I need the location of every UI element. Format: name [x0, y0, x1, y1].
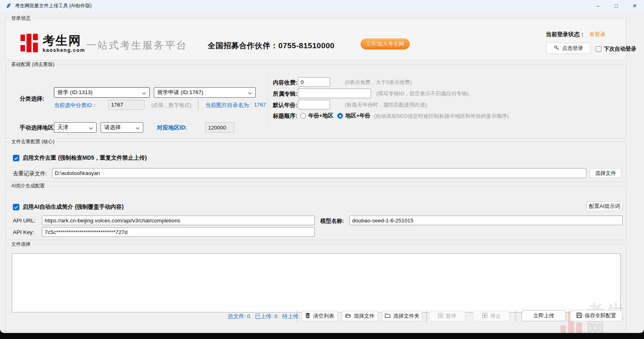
region-id-field[interactable] — [205, 122, 234, 133]
auto-login-label: 下次自动登录 — [604, 45, 636, 53]
dedup-config-group: 文件去重配置 (核心) 启用文件去重 (强制检查MD5，重复文件禁止上传) 去重… — [5, 142, 626, 182]
api-url-input[interactable] — [42, 216, 315, 225]
file-list[interactable] — [12, 253, 621, 312]
enable-ai-label: 启用AI自动生成简介 (强制覆盖手动内容) — [23, 203, 124, 211]
enable-dedup-label: 启用文件去重 (强制检查MD5，重复文件禁止上传) — [23, 154, 147, 162]
album-hint: (填写专辑ID，留空表示不归属任何专辑) — [376, 90, 469, 97]
app-window: 考生网批量文件上传工具 (AI创作版) – □ ✕ 登录状态 考生网 ka — [0, 0, 644, 333]
title-order-option-region-year[interactable]: 地区+年份 — [337, 112, 370, 119]
selected-category-id-hint: (必填，数字格式) — [151, 102, 192, 109]
trash-icon — [305, 313, 310, 320]
file-group-label: 文件选择 — [9, 241, 33, 248]
enable-ai-option[interactable]: 启用AI自动生成简介 (强制覆盖手动内容) — [13, 203, 124, 211]
save-icon — [576, 312, 582, 319]
login-group-label: 登录状态 — [9, 15, 33, 22]
brand-tagline: 一站式考生服务平台 — [86, 39, 188, 52]
save-config-button[interactable]: 保存全部配置 — [570, 310, 622, 321]
pause-label: 暂停 — [446, 312, 456, 320]
minimize-button[interactable]: – — [588, 0, 607, 11]
content-fee-label: 内容收费: — [273, 79, 297, 86]
record-file-input[interactable] — [52, 168, 586, 178]
region-select-2[interactable]: 请选择 — [101, 122, 143, 133]
category-select-1-value: 留学 (ID:1313) — [58, 89, 93, 96]
selected-category-id-field[interactable] — [108, 100, 144, 110]
album-input[interactable] — [298, 88, 371, 98]
title-order-option-2-label: 地区+年份 — [345, 112, 370, 119]
enable-dedup-option[interactable]: 启用文件去重 (强制检查MD5，重复文件禁止上传) — [13, 154, 147, 162]
stats-total-value: 0 — [247, 313, 250, 319]
kaosheng-logo-icon — [20, 34, 39, 54]
region-select-1-value: 天津 — [58, 124, 68, 131]
select-folder-label: 选择文件夹 — [393, 312, 419, 320]
brand-domain: kaosheng.com — [43, 47, 85, 53]
region-select-1[interactable]: 天津 — [54, 122, 97, 133]
window-title: 考生网批量文件上传工具 (AI创作版) — [15, 2, 92, 9]
folder-open-icon — [345, 313, 351, 319]
title-order-option-1-label: 年份+地区 — [308, 112, 333, 119]
selected-category-id-label: 当前选中分类ID： — [54, 102, 97, 109]
upload-now-button[interactable]: 立即上传 — [522, 310, 566, 321]
category-label: 分类选择: — [20, 95, 44, 103]
model-name-input[interactable] — [349, 216, 623, 225]
category-select-2[interactable]: 留学申请 (ID:1767) — [154, 87, 256, 98]
maximize-button[interactable]: □ — [607, 0, 625, 11]
partner-hotline: 全国招募合作伙伴：0755-81510000 — [208, 41, 334, 51]
stop-button[interactable]: 停止 — [473, 311, 510, 321]
api-key-input[interactable] — [42, 227, 315, 237]
dedup-group-label: 文件去重配置 (核心) — [9, 138, 56, 145]
api-key-label: API Key: — [13, 229, 34, 235]
image-dir-label: 当前图片目录名为: — [205, 102, 250, 109]
select-files-label: 选择文件 — [354, 312, 375, 320]
api-url-label: API URL: — [13, 218, 35, 224]
upload-stats: 总文件: 0 已上传: 0 待上传: 0 — [228, 313, 305, 320]
clear-list-label: 清空列表 — [313, 312, 334, 320]
close-button[interactable]: ✕ — [625, 0, 644, 11]
login-button[interactable]: 点击登录 — [546, 43, 591, 54]
default-year-label: 默认年份: — [273, 102, 297, 109]
pause-button[interactable]: 暂停 — [429, 311, 465, 321]
file-select-group: 文件选择 考生网 kaosheng.com 总文件: 0 已上传: 0 — [5, 244, 626, 332]
configure-prompt-button[interactable]: 配置AI提示词 — [586, 201, 623, 211]
title-bar: 考生网批量文件上传工具 (AI创作版) – □ ✕ — [0, 0, 644, 11]
choose-dedup-file-button[interactable]: 选择文件 — [590, 168, 621, 178]
title-order-option-year-region[interactable]: 年份+地区 — [300, 112, 333, 119]
chevron-down-icon — [89, 125, 93, 131]
chevron-down-icon — [142, 90, 146, 96]
region-id-label: 对应地区ID: — [157, 124, 187, 131]
brand-name-cn: 考生网 — [43, 35, 85, 47]
select-folder-button[interactable]: 选择文件夹 — [382, 311, 422, 321]
default-year-hint: (标题无年份时，属性匹配使用此值) — [345, 101, 427, 109]
login-status-group: 登录状态 考生网 kaosheng.com 一站式考生服务平台 全国招募合作伙伴… — [5, 18, 626, 60]
stats-uploaded-label: 已上传: — [255, 313, 273, 319]
region-select-2-value: 请选择 — [104, 124, 121, 131]
ai-checkbox[interactable] — [13, 204, 19, 210]
select-files-button[interactable]: 选择文件 — [342, 311, 378, 321]
stop-icon — [482, 313, 487, 319]
content-fee-input[interactable] — [298, 77, 330, 87]
stop-label: 停止 — [490, 312, 501, 320]
album-label: 所属专辑: — [273, 90, 297, 98]
default-year-input[interactable] — [298, 100, 330, 109]
clear-list-button[interactable]: 清空列表 — [301, 311, 338, 321]
login-button-label: 点击登录 — [562, 45, 583, 52]
title-order-label: 标题顺序: — [273, 113, 297, 120]
join-now-button[interactable]: 立即加入考生网 — [361, 39, 410, 49]
feather-app-icon — [6, 3, 12, 9]
auto-login-checkbox[interactable] — [596, 46, 601, 52]
chevron-down-icon — [136, 125, 140, 131]
key-icon — [554, 45, 559, 52]
folder-icon — [385, 313, 390, 319]
content-fee-hint: (0表示免费，大于0表示收费) — [345, 79, 412, 86]
chevron-down-icon — [248, 90, 252, 96]
ai-group-label: AI简介生成配置 — [9, 183, 47, 189]
radio-year-region[interactable] — [300, 113, 306, 119]
dedup-checkbox[interactable] — [13, 155, 19, 161]
ai-config-group: AI简介生成配置 启用AI自动生成简介 (强制覆盖手动内容) 配置AI提示词 A… — [5, 186, 626, 240]
basic-config-group: 基础配置 (强去重版) 分类选择: 留学 (ID:1313) 留学申请 (ID:… — [5, 64, 626, 139]
save-config-label: 保存全部配置 — [585, 312, 616, 319]
category-select-1[interactable]: 留学 (ID:1313) — [54, 87, 150, 98]
stats-uploaded-value: 0 — [275, 313, 278, 319]
pause-icon — [438, 313, 443, 319]
auto-login-option[interactable]: 下次自动登录 — [596, 45, 636, 53]
radio-region-year[interactable] — [337, 113, 343, 119]
